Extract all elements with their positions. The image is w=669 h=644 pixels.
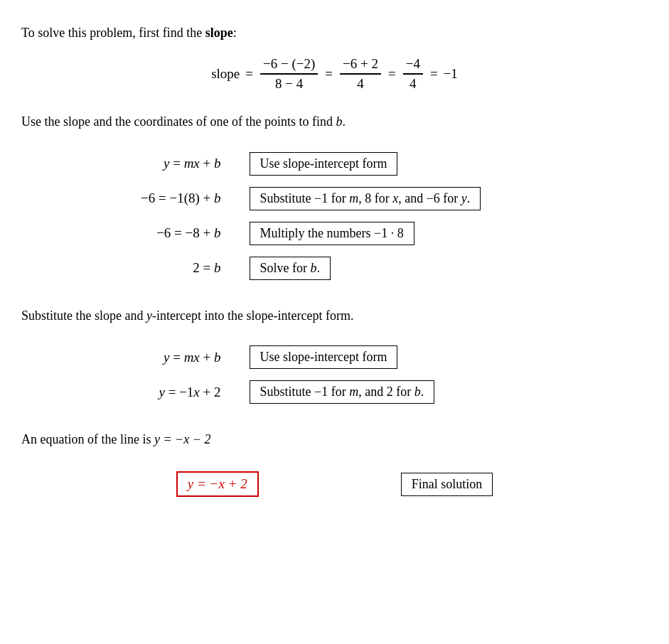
final-answer-row: y = −x + 2 Final solution [21,471,648,497]
step-math-4: 2 = b [58,260,221,276]
fraction-3: −4 4 [403,56,423,92]
slope-formula: slope = −6 − (−2) 8 − 4 = −6 + 2 4 = −4 … [21,56,648,92]
frac3-den: 4 [407,75,419,92]
sub-text-2: -intercept into the slope-intercept form… [152,308,353,323]
answer-red-box: y = −x + 2 [176,471,259,497]
sub-text-1: Substitute the slope and [21,308,146,323]
intro-text: To solve this problem, first find the [21,26,205,40]
bold-slope: slope [205,26,233,40]
frac2-den: 4 [354,75,367,92]
step-box-3: Multiply the numbers −1 · 8 [250,222,414,245]
use-slope-block: Use the slope and the coordinates of one… [21,112,648,132]
step-box-2: Substitute −1 for m, 8 for x, and −6 for… [250,187,481,210]
step-table-2: y = mx + b Use slope-intercept form y = … [58,340,612,409]
final-eq: y = −x − 2 [154,432,210,446]
fraction-1: −6 − (−2) 8 − 4 [260,56,318,92]
slope-result: −1 [444,66,458,82]
final-block: An equation of the line is y = −x − 2 [21,429,648,450]
step-box-5: Use slope-intercept form [250,345,398,369]
frac3-num: −4 [403,56,423,75]
answer-box: Final solution [412,477,483,491]
fraction-2: −6 + 2 4 [340,56,381,92]
frac2-num: −6 + 2 [340,56,381,75]
step-math-6: y = −1x + 2 [58,385,221,400]
equals-2: = [325,66,333,82]
equals-1: = [245,66,253,82]
intro-block: To solve this problem, first find the sl… [21,23,648,43]
step-math-5: y = mx + b [58,350,221,365]
sub-text-y: y [146,308,152,323]
final-text: An equation of the line is [21,432,154,446]
use-slope-period: . [342,114,346,129]
step-box-4: Solve for b. [250,257,331,280]
step-row-3: −6 = −8 + b Multiply the numbers −1 · 8 [58,222,612,245]
sub-block: Substitute the slope and y-intercept int… [21,306,648,326]
step-table-1: y = mx + b Use slope-intercept form −6 =… [58,146,612,286]
use-slope-text: Use the slope and the coordinates of one… [21,114,336,129]
answer-final-box: Final solution [401,473,493,496]
frac1-num: −6 − (−2) [260,56,318,75]
step-box-1: Use slope-intercept form [250,152,398,176]
answer-red: y = −x + 2 [188,476,247,491]
colon: : [233,26,237,40]
slope-label: slope [211,66,240,82]
step-row-4: 2 = b Solve for b. [58,257,612,280]
page-content: To solve this problem, first find the sl… [21,23,648,497]
equals-3: = [388,66,396,82]
step-row-5: y = mx + b Use slope-intercept form [58,345,612,369]
step-box-6: Substitute −1 for m, and 2 for b. [250,380,435,404]
step-math-3: −6 = −8 + b [58,225,221,241]
step-row-1: y = mx + b Use slope-intercept form [58,152,612,176]
step-row-2: −6 = −1(8) + b Substitute −1 for m, 8 fo… [58,187,612,210]
step-row-6: y = −1x + 2 Substitute −1 for m, and 2 f… [58,380,612,404]
frac1-den: 8 − 4 [272,75,306,92]
step-math-2: −6 = −1(8) + b [58,190,221,206]
equals-4: = [430,66,438,82]
step-math-1: y = mx + b [58,156,221,171]
